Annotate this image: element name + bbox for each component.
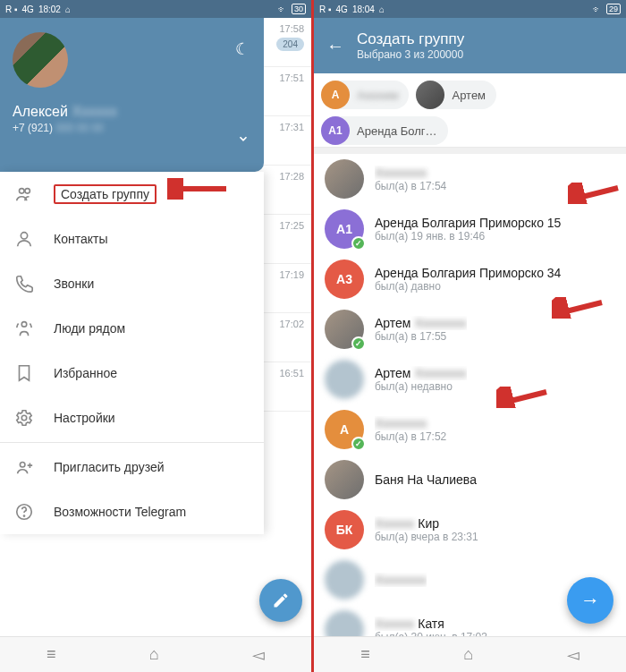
nav-bar: ≡ ⌂ ◅ [314,636,626,672]
battery-icon: 30 [292,4,306,14]
menu-item-label: Люди рядом [54,321,125,336]
nav-recent-icon[interactable]: ≡ [360,645,370,664]
contact-status: был(а) в 17:52 [375,430,446,443]
chat-time: 17:19 [279,269,304,280]
contact-status: был(а) в 17:55 [375,330,467,343]
contact-avatar [325,560,364,600]
next-fab[interactable]: → [567,577,613,624]
nearby-icon [14,319,34,338]
nav-back-icon[interactable]: ◅ [567,645,579,665]
settings-icon [14,408,34,428]
chat-time: 17:31 [279,122,304,132]
phone-icon [14,274,34,293]
contact-name: Артем Xxxxxxxx [375,366,467,380]
chat-time: 17:58 [279,23,304,34]
contact-name: Xxxxxx Кир [375,516,478,531]
menu-item-help[interactable]: Возможности Telegram [0,489,264,534]
contact-name: Аренда Болгария Приморско 15 [375,216,561,230]
menu-item-bookmark[interactable]: Избранное [0,351,264,396]
status-bar: R ▪ 4G 18:02 ⌂ ᯤ 30 [0,0,311,18]
chip-name: Аренда Болг… [357,124,437,138]
menu-item-label: Контакты [54,232,107,246]
phone-left: R ▪ 4G 18:02 ⌂ ᯤ 30 17:5820417:5117:3117… [0,0,312,672]
chip-avatar: A [321,81,350,109]
svg-point-2 [21,233,27,239]
home-icon: ⌂ [65,4,71,14]
nav-home-icon[interactable]: ⌂ [149,645,159,664]
menu-item-nearby[interactable]: Люди рядом [0,306,264,351]
status-time: 18:02 [38,4,61,14]
chip-avatar: A1 [321,116,350,145]
contact-avatar [325,360,364,399]
phone-blur: 000 00 00 [55,122,103,134]
contact-list[interactable]: Xxxxxxxx был(а) в 17:54 A1✓ Аренда Болга… [314,154,626,636]
nav-back-icon[interactable]: ◅ [252,645,265,665]
drawer-menu: Создать группу Контакты Звонки Люди рядо… [0,172,264,534]
status-bar: R ▪ 4G 18:04 ⌂ ᯤ 29 [314,0,626,18]
person-icon [14,229,34,249]
menu-item-invite[interactable]: Пригласить друзей [0,445,264,489]
contact-avatar: A✓ [325,410,364,449]
profile-name-blur: Xxxxxx [72,104,117,119]
contact-row[interactable]: БК Xxxxxx Кир был(а) вчера в 23:31 [314,505,626,555]
contact-avatar [325,159,364,199]
selected-chip[interactable]: A1 Аренда Болг… [321,116,448,145]
header-subtitle: Выбрано 3 из 200000 [357,48,464,61]
svg-point-1 [25,189,30,194]
contact-row[interactable]: A1✓ Аренда Болгария Приморско 15 был(а) … [314,204,626,254]
menu-item-label: Настройки [54,411,115,425]
drawer-header: ☾ Алексей Xxxxxx +7 (921) 000 00 00 [0,18,264,172]
create-group-header: ← Создать группу Выбрано 3 из 200000 [314,18,626,73]
contact-status: был(а) в 17:54 [375,180,446,192]
svg-line-15 [503,392,546,403]
contact-name: Xxxxxxxx [375,573,427,587]
check-icon: ✓ [351,336,366,351]
selected-chip[interactable]: A Аноним [321,81,409,109]
menu-item-person[interactable]: Контакты [0,217,264,261]
phone-right: R ▪ 4G 18:04 ⌂ ᯤ 29 ← Создать группу Выб… [314,0,626,672]
chat-time: 17:02 [279,319,304,329]
contact-status: был(а) недавно [375,380,467,393]
back-icon[interactable]: ← [326,36,344,56]
chat-time: 17:28 [279,171,304,182]
nav-bar: ≡ ⌂ ◅ [0,636,311,672]
svg-point-7 [23,515,24,516]
nav-home-icon[interactable]: ⌂ [463,645,473,664]
contact-row[interactable]: Баня На Чалиева [314,455,626,505]
menu-item-settings[interactable]: Настройки [0,396,264,440]
annotation-arrow [496,387,550,408]
contact-status: был(а) вчера в 23:31 [375,531,478,543]
check-icon: ✓ [351,437,366,451]
contact-row[interactable]: Артем Xxxxxxxx был(а) недавно [314,354,626,404]
contact-avatar [325,460,364,499]
chat-badge: 204 [276,38,304,51]
night-mode-icon[interactable]: ☾ [235,39,250,59]
menu-item-label: Создать группу [54,184,156,204]
contact-avatar: ✓ [325,310,364,349]
contact-status: был(а) 19 янв. в 19:46 [375,230,561,242]
group-add-icon [14,184,34,204]
annotation-arrow [552,297,605,319]
menu-item-label: Пригласить друзей [54,460,165,474]
contact-name: Баня На Чалиева [375,472,477,487]
nav-recent-icon[interactable]: ≡ [47,645,56,664]
menu-item-phone[interactable]: Звонки [0,261,264,306]
menu-item-label: Возможности Telegram [54,505,186,519]
svg-line-13 [559,302,602,313]
status-net: 4G [336,4,348,14]
wifi-icon: ᯤ [593,4,602,14]
contact-name: Аренда Болгария Приморско 34 [375,266,561,280]
status-net: 4G [22,4,34,14]
status-time: 18:04 [352,4,375,14]
profile-phone: +7 (921) [13,122,53,134]
contact-row[interactable]: A✓ Xxxxxxxx был(а) в 17:52 [314,404,626,455]
check-icon: ✓ [351,236,366,251]
chevron-down-icon[interactable] [237,132,250,149]
profile-avatar[interactable] [13,32,68,88]
svg-line-11 [575,188,618,199]
menu-item-label: Звонки [54,276,94,291]
new-message-fab[interactable] [259,579,302,622]
selected-chip[interactable]: Артем [416,81,496,109]
menu-item-label: Избранное [54,366,117,380]
chat-time: 16:51 [279,368,304,379]
